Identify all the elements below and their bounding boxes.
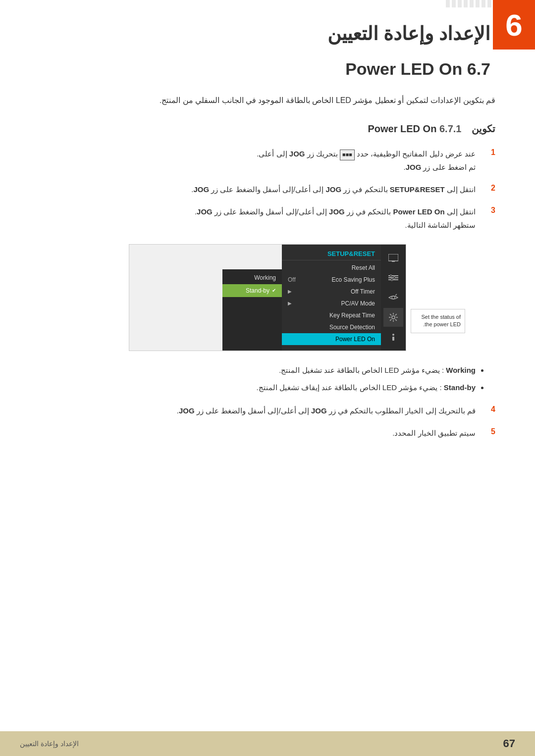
menu-submenu-panel: Working ✔ Stand-by xyxy=(222,269,282,351)
svg-point-10 xyxy=(392,334,394,336)
step-1-text: عند عرض دليل المفاتيح الوظيفية، حدد ■■■ … xyxy=(40,147,476,174)
step-1: 1 عند عرض دليل المفاتيح الوظيفية، حدد ■■… xyxy=(40,147,495,174)
main-content: Power LED On 6.7 قم بتكوين الإعدادات لتم… xyxy=(0,59,535,440)
subsection-title-text: تكوين Power LED On xyxy=(368,123,495,134)
svg-rect-0 xyxy=(388,254,398,261)
menu-item-eco-saving[interactable]: Eco Saving Plus Off xyxy=(282,274,381,286)
step-4-number: 4 xyxy=(481,404,495,414)
menu-item-pcav-mode[interactable]: PC/AV Mode ▶ xyxy=(282,298,381,309)
step-5-text: سيتم تطبيق الخيار المحدد. xyxy=(40,426,476,440)
svg-point-9 xyxy=(392,316,395,319)
bullet-item-standby: Stand-by : يضيء مؤشر LED الخاص بالطاقة ع… xyxy=(40,381,476,394)
step-1-number: 1 xyxy=(481,147,495,157)
menu-icons-sidebar xyxy=(381,245,406,351)
chapter-title: الإعداد وإعادة التعيين xyxy=(0,23,535,54)
menu-item-off-timer[interactable]: Off Timer ▶ xyxy=(282,286,381,298)
bullet-list: Working : يضيء مؤشر LED الخاص بالطاقة عن… xyxy=(40,363,495,394)
page-footer: الإعداد وإعادة التعيين 67 xyxy=(0,731,535,756)
bullet-working-text: : يضيء مؤشر LED الخاص بالطاقة عند تشغيل … xyxy=(279,366,444,374)
menu-item-power-led[interactable]: Power LED On xyxy=(282,333,381,345)
step-4: 4 قم بالتحريك إلى الخيار المطلوب بالتحكم… xyxy=(40,404,495,417)
menu-item-reset-all-label: Reset All xyxy=(352,264,375,271)
chapter-header: الإعداد وإعادة التعيين 6 xyxy=(0,0,535,54)
menu-item-eco-label: Eco Saving Plus xyxy=(332,276,375,283)
step-2-number: 2 xyxy=(481,183,495,193)
monitor-menu: SETUP&RESET Reset All Eco Saving Plus Of… xyxy=(129,244,406,351)
menu-item-off-timer-arrow: ▶ xyxy=(288,289,292,294)
menu-item-pcav-label: PC/AV Mode xyxy=(341,300,375,307)
submenu-checkmark-icon: ✔ xyxy=(272,288,276,293)
submenu-item-working-label: Working xyxy=(254,274,276,281)
menu-item-reset-all[interactable]: Reset All xyxy=(282,262,381,274)
menu-tooltip: Set the status of the power LED. xyxy=(411,309,465,333)
section-title-text: Power LED On xyxy=(345,59,462,78)
step-3: 3 انتقل إلى Power LED On بالتحكم في زر J… xyxy=(40,205,495,232)
menu-item-off-timer-label: Off Timer xyxy=(351,288,375,295)
footer-page-number: 67 xyxy=(503,737,515,750)
step-2: 2 انتقل إلى SETUP&RESET بالتحكم في زر JO… xyxy=(40,183,495,196)
step-5: 5 سيتم تطبيق الخيار المحدد. xyxy=(40,426,495,440)
menu-item-key-repeat-label: Key Repeat Time xyxy=(329,312,375,319)
footer-chapter-label: الإعداد وإعادة التعيين xyxy=(20,740,79,748)
subsection-number: 6.7.1 xyxy=(439,123,461,134)
submenu-item-standby[interactable]: ✔ Stand-by xyxy=(222,284,282,297)
menu-item-source-detection[interactable]: Source Detection xyxy=(282,321,381,333)
bullet-working-term: Working xyxy=(446,366,476,374)
menu-item-pcav-arrow: ▶ xyxy=(288,301,292,306)
chapter-number: 6 xyxy=(505,7,522,43)
menu-item-source-label: Source Detection xyxy=(329,324,375,331)
chapter-number-box: 6 xyxy=(493,0,535,50)
menu-icon-settings xyxy=(383,308,403,327)
menu-icon-adjust xyxy=(383,268,403,287)
menu-icon-eye xyxy=(383,288,403,307)
svg-point-7 xyxy=(391,279,393,281)
menu-item-key-repeat[interactable]: Key Repeat Time xyxy=(282,309,381,321)
step-4-text: قم بالتحريك إلى الخيار المطلوب بالتحكم ف… xyxy=(40,404,476,417)
step-5-number: 5 xyxy=(481,426,495,436)
menu-icon-info xyxy=(383,328,403,347)
svg-rect-1 xyxy=(392,261,395,262)
menu-header-title: SETUP&RESET xyxy=(282,248,381,260)
menu-icon-display xyxy=(383,249,403,267)
section-title: Power LED On 6.7 xyxy=(40,59,495,79)
section-number: 6.7 xyxy=(467,59,490,78)
step-2-text: انتقل إلى SETUP&RESET بالتحكم في زر JOG … xyxy=(40,183,476,196)
svg-rect-4 xyxy=(388,279,398,280)
step-3-text: انتقل إلى Power LED On بالتحكم في زر JOG… xyxy=(40,205,476,232)
step-3-number: 3 xyxy=(481,205,495,215)
svg-point-6 xyxy=(393,277,395,279)
bullet-standby-term: Stand-by xyxy=(444,383,476,392)
svg-point-8 xyxy=(392,296,395,299)
menu-item-eco-value: Off xyxy=(288,276,296,283)
intro-paragraph: قم بتكوين الإعدادات لتمكين أو تعطيل مؤشر… xyxy=(40,94,495,108)
svg-rect-11 xyxy=(392,337,394,341)
bullet-item-working: Working : يضيء مؤشر LED الخاص بالطاقة عن… xyxy=(40,363,476,377)
submenu-item-working[interactable]: Working xyxy=(222,271,282,284)
submenu-item-standby-label: Stand-by xyxy=(246,287,269,294)
menu-main-panel: SETUP&RESET Reset All Eco Saving Plus Of… xyxy=(282,245,381,351)
svg-point-5 xyxy=(390,275,392,277)
subsection-title: تكوين Power LED On 6.7.1 xyxy=(40,123,495,135)
menu-item-power-led-label: Power LED On xyxy=(335,336,375,343)
screenshot-container: SETUP&RESET Reset All Eco Saving Plus Of… xyxy=(40,244,495,351)
bullet-standby-text: : يضيء مؤشر LED الخاص بالطاقة عند إيقاف … xyxy=(257,383,442,392)
